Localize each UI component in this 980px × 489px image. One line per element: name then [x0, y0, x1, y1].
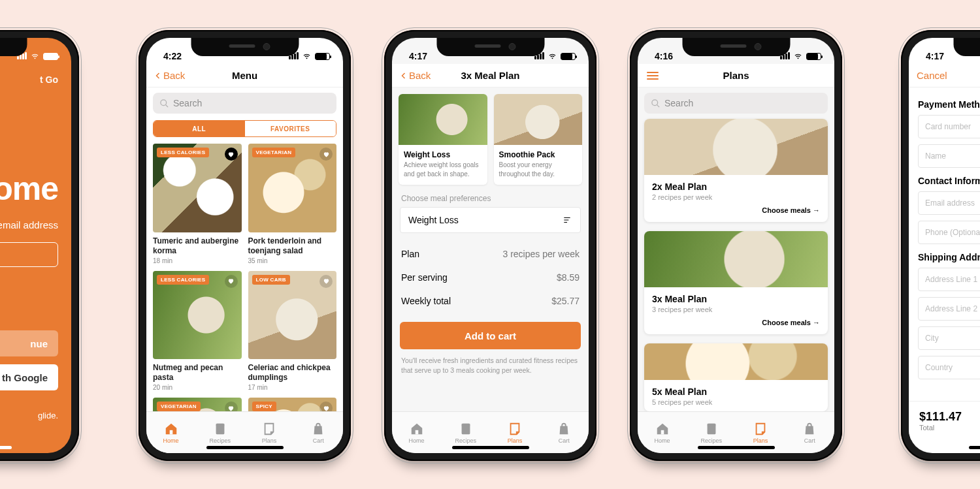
- search-input[interactable]: Search: [644, 93, 828, 114]
- heart-icon: [227, 405, 235, 412]
- preference-card[interactable]: Smoothie Pack Boost your energy througho…: [494, 94, 583, 185]
- cancel-button[interactable]: Cancel: [917, 70, 947, 81]
- back-button[interactable]: Back: [154, 70, 185, 81]
- recipe-card[interactable]: LESS CALORIES Tumeric and aubergine korm…: [153, 144, 242, 264]
- heart-icon: [323, 405, 330, 412]
- heart-icon: [323, 277, 330, 285]
- lines-icon: [562, 215, 572, 225]
- tab-cart[interactable]: Cart: [294, 412, 343, 453]
- tab-home[interactable]: Home: [146, 412, 195, 453]
- notch: [953, 38, 980, 56]
- card-number-field[interactable]: Card number: [918, 115, 980, 138]
- card-desc: Achieve weight loss goals and get back i…: [399, 161, 487, 185]
- segment-all[interactable]: ALL: [154, 121, 245, 136]
- nav-header: Back Menu: [146, 64, 343, 87]
- email-field[interactable]: Email address: [918, 191, 980, 215]
- tab-cart[interactable]: Cart: [785, 412, 834, 453]
- google-signin-button[interactable]: th Google: [0, 364, 58, 390]
- phone-plan-detail: 4:17 Back 3x Meal Plan Weight Loss Achie…: [384, 30, 596, 461]
- heart-icon: [227, 277, 235, 285]
- home-indicator: [698, 446, 775, 449]
- section-shipping: Shipping Address: [918, 252, 980, 262]
- card-image: [494, 94, 583, 145]
- notch: [682, 38, 790, 56]
- recipe-time: 18 min: [153, 257, 242, 264]
- plan-title: 5x Meal Plan: [644, 380, 828, 397]
- choose-meals-link[interactable]: Choose meals →: [644, 319, 828, 334]
- recipe-title: Celeriac and chickpea dumplings: [248, 363, 337, 383]
- email-field[interactable]: [0, 242, 58, 267]
- status-time: 4:16: [655, 51, 673, 61]
- name-field[interactable]: Name: [918, 144, 980, 168]
- page-title: Menu: [232, 70, 257, 81]
- favorite-button[interactable]: [225, 275, 238, 288]
- plan-card[interactable]: 2x Meal Plan 2 recipes per week Choose m…: [644, 119, 828, 222]
- recipe-card[interactable]: VEGETARIAN Pork tenderloin and toenjang …: [248, 144, 337, 264]
- tab-home[interactable]: Home: [392, 412, 441, 453]
- battery-icon: [561, 53, 576, 60]
- section-label: Choose meal preferences: [392, 191, 589, 207]
- footer-text: glide.: [38, 411, 58, 420]
- wifi-icon: [302, 53, 312, 60]
- country-field[interactable]: Country: [918, 356, 980, 379]
- choose-meals-link[interactable]: Choose meals →: [644, 206, 828, 222]
- search-input[interactable]: Search: [153, 93, 336, 114]
- tab-home[interactable]: Home: [638, 412, 687, 453]
- back-button[interactable]: Back: [400, 70, 431, 81]
- recipe-tag: VEGETARIAN: [252, 148, 296, 157]
- recipe-tag: VEGETARIAN: [157, 402, 201, 411]
- plan-image: [644, 343, 828, 380]
- summary-row: Per serving$8.59: [400, 266, 581, 289]
- recipe-tag: LESS CALORIES: [157, 275, 209, 285]
- plan-card[interactable]: 3x Meal Plan 3 recipes per week Choose m…: [644, 231, 828, 334]
- recipe-tag: SPICY: [252, 402, 277, 411]
- wifi-icon: [547, 53, 557, 60]
- phone-welcome: t Go ome email address nue th Google gli…: [0, 30, 79, 461]
- recipe-time: 35 min: [248, 257, 337, 264]
- phone-field[interactable]: Phone (Optional): [918, 221, 980, 244]
- page-title: Plans: [723, 70, 749, 81]
- menu-button[interactable]: [647, 72, 659, 80]
- address1-field[interactable]: Address Line 1: [918, 268, 980, 291]
- card-image: [399, 94, 487, 145]
- recipe-card[interactable]: LESS CALORIES Nutmeg and pecan pasta 20 …: [153, 271, 242, 392]
- summary-row: Plan3 recipes per week: [400, 242, 581, 266]
- notch: [191, 38, 299, 56]
- segment-control[interactable]: ALL FAVORITES: [153, 120, 336, 137]
- status-time: 4:17: [926, 51, 944, 61]
- wifi-icon: [30, 53, 40, 60]
- home-indicator: [0, 446, 12, 449]
- card-desc: Boost your energy throughout the day.: [494, 161, 583, 185]
- card-title: Weight Loss: [399, 145, 487, 161]
- plan-title: 3x Meal Plan: [644, 287, 828, 304]
- phone-menu: 4:22 Back Menu Search ALL FAVORITES LESS…: [139, 30, 351, 461]
- recipe-title: Tumeric and aubergine korma: [153, 236, 242, 256]
- recipe-card[interactable]: LOW CARB Celeriac and chickpea dumplings…: [248, 271, 337, 392]
- plan-card[interactable]: 5x Meal Plan 5 recipes per week: [644, 343, 828, 411]
- city-field[interactable]: City: [918, 326, 980, 350]
- recipe-tag: LESS CALORIES: [157, 148, 209, 157]
- favorite-button[interactable]: [319, 148, 333, 161]
- address2-field[interactable]: Address Line 2: [918, 297, 980, 321]
- plan-image: [644, 231, 828, 287]
- preference-select[interactable]: Weight Loss: [400, 207, 581, 233]
- heart-icon: [323, 151, 330, 158]
- disclaimer-text: You'll receive fresh ingredients and cur…: [392, 349, 589, 375]
- total-bar: $111.47 Total: [909, 401, 980, 440]
- home-indicator: [206, 446, 284, 449]
- search-icon: [651, 99, 661, 108]
- add-to-cart-button[interactable]: Add to cart: [400, 322, 581, 349]
- preference-card[interactable]: Weight Loss Achieve weight loss goals an…: [399, 94, 487, 185]
- plan-sub: 3 recipes per week: [644, 304, 828, 319]
- segment-favorites[interactable]: FAVORITES: [245, 121, 336, 136]
- tab-cart[interactable]: Cart: [540, 412, 589, 453]
- recipe-time: 17 min: [248, 384, 337, 391]
- home-indicator: [452, 446, 529, 449]
- search-icon: [159, 99, 169, 108]
- status-time: 4:17: [409, 51, 427, 61]
- favorite-button[interactable]: [225, 148, 238, 161]
- recipe-title: Nutmeg and pecan pasta: [153, 363, 242, 383]
- favorite-button[interactable]: [319, 275, 333, 288]
- continue-button[interactable]: nue: [0, 330, 58, 356]
- nav-header: Back 3x Meal Plan: [392, 64, 589, 87]
